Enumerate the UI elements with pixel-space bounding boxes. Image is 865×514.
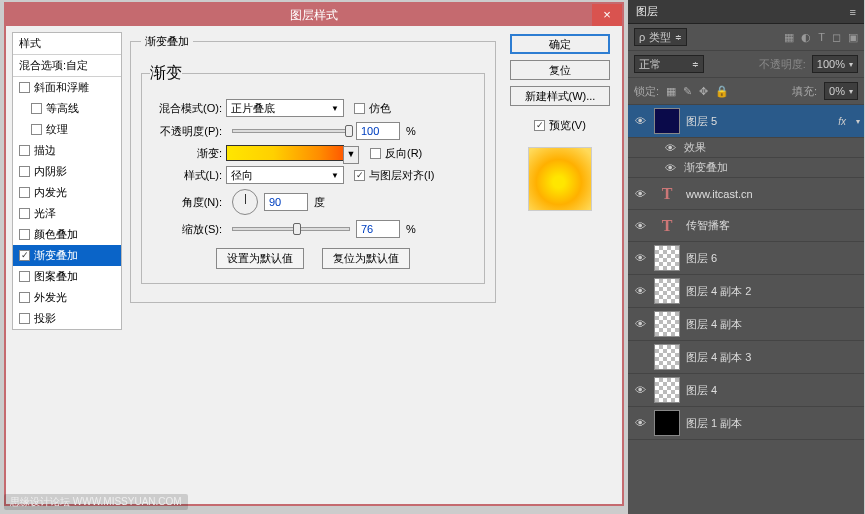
visibility-icon[interactable]: 👁 (632, 252, 648, 264)
visibility-icon[interactable]: 👁 (632, 285, 648, 297)
reverse-checkbox[interactable] (370, 148, 381, 159)
chevron-down-icon[interactable]: ▾ (856, 117, 860, 126)
checkbox-drop-shadow[interactable] (19, 313, 30, 324)
layer-thumb[interactable] (654, 344, 680, 370)
styles-header[interactable]: 样式 (13, 33, 121, 55)
checkbox-pattern-overlay[interactable] (19, 271, 30, 282)
layer-row[interactable]: 👁 图层 4 副本 2 (628, 275, 864, 308)
visibility-icon[interactable]: 👁 (662, 142, 678, 154)
dither-checkbox[interactable] (354, 103, 365, 114)
checkbox-stroke[interactable] (19, 145, 30, 156)
visibility-icon[interactable]: 👁 (632, 115, 648, 127)
layer-row[interactable]: 👁 图层 4 (628, 374, 864, 407)
checkbox-contour[interactable] (31, 103, 42, 114)
visibility-icon[interactable]: 👁 (632, 188, 648, 200)
align-checkbox[interactable] (354, 170, 365, 181)
opacity-panel-value[interactable]: 100%▾ (812, 55, 858, 73)
layer-row[interactable]: 👁 图层 5 fx ▾ (628, 105, 864, 138)
style-outer-glow[interactable]: 外发光 (13, 287, 121, 308)
visibility-icon[interactable]: 👁 (632, 384, 648, 396)
visibility-icon[interactable]: 👁 (632, 417, 648, 429)
filter-kind-select[interactable]: ρ 类型 ≑ (634, 28, 687, 46)
style-color-overlay[interactable]: 颜色叠加 (13, 224, 121, 245)
style-inner-shadow[interactable]: 内阴影 (13, 161, 121, 182)
group-title: 渐变叠加 (141, 34, 193, 49)
layer-row[interactable]: 👁 T 传智播客 (628, 210, 864, 242)
dialog-titlebar[interactable]: 图层样式 × (6, 4, 622, 26)
style-pattern-overlay[interactable]: 图案叠加 (13, 266, 121, 287)
layer-thumb[interactable] (654, 278, 680, 304)
dialog-title: 图层样式 (6, 7, 622, 24)
panel-menu-icon[interactable]: ≡ (850, 6, 856, 18)
checkbox-texture[interactable] (31, 124, 42, 135)
set-default-button[interactable]: 设置为默认值 (216, 248, 304, 269)
angle-dial[interactable] (232, 189, 258, 215)
layer-row[interactable]: 👁 图层 6 (628, 242, 864, 275)
new-style-button[interactable]: 新建样式(W)... (510, 86, 610, 106)
cancel-button[interactable]: 复位 (510, 60, 610, 80)
filter-type-icon[interactable]: T (818, 31, 825, 44)
layer-row[interactable]: 👁 图层 4 副本 (628, 308, 864, 341)
scale-slider[interactable] (232, 227, 350, 231)
style-contour[interactable]: 等高线 (13, 98, 121, 119)
filter-shape-icon[interactable]: ◻ (832, 31, 841, 44)
lock-all-icon[interactable]: 🔒 (715, 85, 729, 98)
checkbox-gradient-overlay[interactable] (19, 250, 30, 261)
filter-smart-icon[interactable]: ▣ (848, 31, 858, 44)
blend-options-header[interactable]: 混合选项:自定 (13, 55, 121, 77)
scale-input[interactable] (356, 220, 400, 238)
chevron-down-icon: ▼ (331, 104, 339, 113)
opacity-panel-label: 不透明度: (759, 57, 806, 72)
opacity-slider[interactable] (232, 129, 350, 133)
reset-default-button[interactable]: 复位为默认值 (322, 248, 410, 269)
checkbox-outer-glow[interactable] (19, 292, 30, 303)
layers-list: 👁 图层 5 fx ▾ 👁 效果 👁 渐变叠加 👁 T www.itcast.c… (628, 105, 864, 440)
visibility-icon[interactable]: 👁 (632, 318, 648, 330)
layer-thumb[interactable] (654, 245, 680, 271)
fill-value[interactable]: 0%▾ (824, 82, 858, 100)
checkbox-inner-glow[interactable] (19, 187, 30, 198)
layers-tab[interactable]: 图层 (636, 4, 658, 19)
lock-position-icon[interactable]: ✥ (699, 85, 708, 98)
visibility-icon[interactable]: 👁 (632, 220, 648, 232)
lock-paint-icon[interactable]: ✎ (683, 85, 692, 98)
checkbox-color-overlay[interactable] (19, 229, 30, 240)
reverse-label: 反向(R) (385, 146, 422, 161)
angle-input[interactable] (264, 193, 308, 211)
style-inner-glow[interactable]: 内发光 (13, 182, 121, 203)
gradient-preview[interactable] (226, 145, 344, 161)
preview-checkbox[interactable] (534, 120, 545, 131)
layer-row[interactable]: 👁 T www.itcast.cn (628, 178, 864, 210)
align-label: 与图层对齐(I) (369, 168, 434, 183)
layer-thumb[interactable] (654, 108, 680, 134)
effects-header[interactable]: 👁 效果 (628, 138, 864, 158)
layer-row[interactable]: 👁 图层 1 副本 (628, 407, 864, 440)
style-drop-shadow[interactable]: 投影 (13, 308, 121, 329)
watermark: 思缘设计论坛 WWW.MISSYUAN.COM (4, 494, 188, 510)
fx-badge[interactable]: fx (838, 116, 846, 127)
layer-thumb[interactable] (654, 311, 680, 337)
style-texture[interactable]: 纹理 (13, 119, 121, 140)
filter-pixel-icon[interactable]: ▦ (784, 31, 794, 44)
lock-transparent-icon[interactable]: ▦ (666, 85, 676, 98)
layer-thumb[interactable] (654, 377, 680, 403)
effect-gradient-overlay[interactable]: 👁 渐变叠加 (628, 158, 864, 178)
visibility-icon[interactable]: 👁 (662, 162, 678, 174)
dialog-buttons: 确定 复位 新建样式(W)... 预览(V) (504, 32, 616, 330)
checkbox-bevel[interactable] (19, 82, 30, 93)
style-gradient-overlay[interactable]: 渐变叠加 (13, 245, 121, 266)
blend-mode-select[interactable]: 正常≑ (634, 55, 704, 73)
layer-row[interactable]: 👁 图层 4 副本 3 (628, 341, 864, 374)
blend-mode-select[interactable]: 正片叠底▼ (226, 99, 344, 117)
style-satin[interactable]: 光泽 (13, 203, 121, 224)
opacity-input[interactable] (356, 122, 400, 140)
style-stroke[interactable]: 描边 (13, 140, 121, 161)
filter-adjust-icon[interactable]: ◐ (801, 31, 811, 44)
ok-button[interactable]: 确定 (510, 34, 610, 54)
layer-thumb[interactable] (654, 410, 680, 436)
style-bevel[interactable]: 斜面和浮雕 (13, 77, 121, 98)
style-select[interactable]: 径向▼ (226, 166, 344, 184)
checkbox-inner-shadow[interactable] (19, 166, 30, 177)
close-icon[interactable]: × (592, 4, 622, 26)
checkbox-satin[interactable] (19, 208, 30, 219)
